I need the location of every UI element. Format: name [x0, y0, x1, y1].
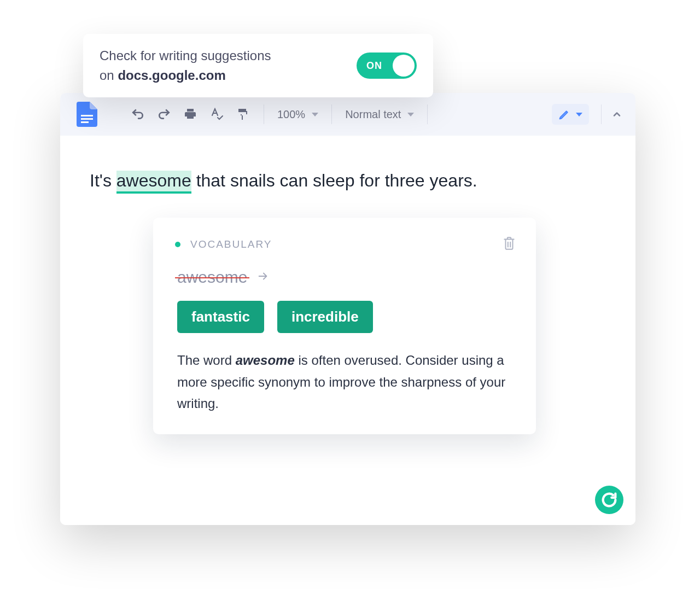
replace-row: awesome	[177, 268, 516, 287]
dismiss-button[interactable]	[502, 235, 516, 254]
suggestion-card: VOCABULARY awesome fantastic incredible	[153, 218, 536, 434]
chevron-down-icon	[312, 113, 318, 116]
zoom-value: 100%	[277, 108, 305, 121]
replacement-chips: fantastic incredible	[177, 301, 516, 333]
text-after: that snails can sleep for three years.	[191, 171, 477, 190]
separator	[264, 104, 264, 124]
edit-mode-button[interactable]	[552, 104, 589, 125]
google-docs-icon	[77, 102, 97, 127]
print-button[interactable]	[179, 103, 201, 125]
format-paint-button[interactable]	[232, 103, 254, 125]
separator	[427, 104, 428, 124]
toggle-state-label: ON	[366, 60, 382, 72]
category-dot-icon	[175, 242, 180, 247]
suggestions-toggle-popup: Check for writing suggestions on docs.go…	[83, 34, 433, 97]
pencil-icon	[558, 108, 570, 120]
replacement-chip[interactable]: incredible	[277, 301, 373, 333]
document-text[interactable]: It's awesome that snails can sleep for t…	[90, 168, 606, 193]
suggestions-toggle[interactable]: ON	[357, 53, 417, 79]
trash-icon	[502, 235, 516, 252]
chevron-down-icon	[576, 113, 582, 116]
document-body[interactable]: It's awesome that snails can sleep for t…	[60, 136, 635, 525]
card-header: VOCABULARY	[175, 235, 516, 254]
suggestion-explanation: The word awesome is often overused. Cons…	[177, 349, 516, 415]
style-value: Normal text	[345, 108, 401, 121]
popup-text: Check for writing suggestions on docs.go…	[100, 46, 271, 85]
explanation-word: awesome	[236, 353, 295, 368]
style-dropdown[interactable]: Normal text	[340, 108, 419, 121]
grammarly-badge[interactable]	[595, 486, 623, 514]
separator	[601, 104, 602, 124]
collapse-button[interactable]	[609, 107, 625, 122]
popup-line2-prefix: on	[100, 68, 118, 83]
arrow-right-icon	[256, 270, 270, 284]
separator	[331, 104, 332, 124]
toolbar: 100% Normal text	[60, 93, 635, 136]
popup-domain: docs.google.com	[118, 68, 225, 83]
svg-rect-0	[81, 115, 93, 116]
chevron-down-icon	[407, 113, 414, 116]
popup-line1: Check for writing suggestions	[100, 48, 271, 63]
original-word: awesome	[177, 268, 247, 287]
zoom-dropdown[interactable]: 100%	[272, 108, 324, 121]
replacement-chip[interactable]: fantastic	[177, 301, 264, 333]
svg-rect-2	[81, 121, 89, 123]
highlighted-word[interactable]: awesome	[116, 171, 191, 194]
text-before: It's	[90, 171, 116, 190]
suggestion-category: VOCABULARY	[190, 238, 272, 250]
grammarly-icon	[600, 491, 619, 509]
undo-button[interactable]	[127, 103, 149, 125]
document-window: 100% Normal text It's awesome that snail…	[60, 93, 635, 525]
svg-rect-1	[81, 118, 93, 120]
toggle-knob	[393, 55, 415, 77]
redo-button[interactable]	[153, 103, 175, 125]
spellcheck-button[interactable]	[206, 103, 228, 125]
